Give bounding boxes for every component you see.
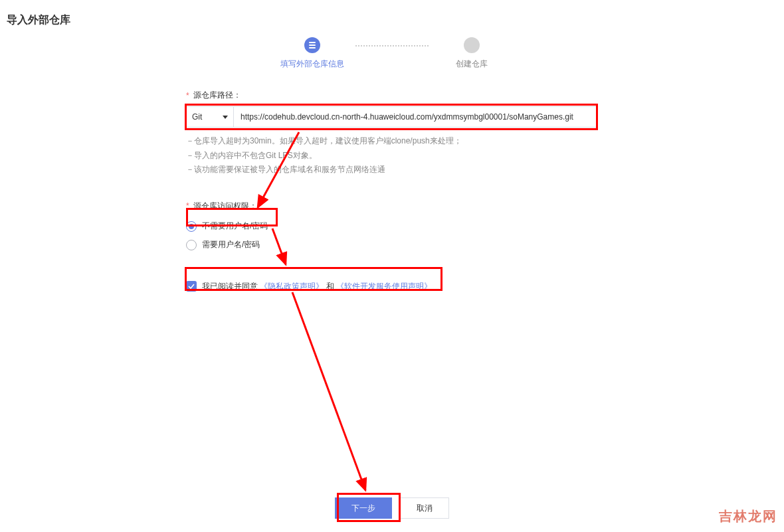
cancel-button[interactable]: 取消 [400,497,449,519]
footer: 下一步 取消 [0,484,784,519]
protocol-value: Git [192,112,202,122]
check-icon [188,283,195,290]
agreement-prefix: 我已阅读并同意 [202,282,260,291]
step-label-1: 填写外部仓库信息 [280,58,344,70]
required-marker: * [186,201,189,211]
form-area: * 源仓库路径： Git －仓库导入超时为30min。如果导入超时，建议使用客户… [186,90,598,292]
step-icon-inactive [464,37,480,53]
source-input-group: Git [186,106,598,128]
access-label: * 源仓库访问权限： [186,201,598,212]
step-fill-info: 填写外部仓库信息 [269,37,355,70]
radio-icon [186,240,197,250]
agreement-text: 我已阅读并同意 《隐私政策声明》 和 《软件开发服务使用声明》 [202,281,432,292]
page-title: 导入外部仓库 [0,0,784,27]
svg-line-2 [292,292,365,490]
radio-icon [186,221,197,232]
hint-3: －该功能需要保证被导入的仓库域名和服务节点网络连通 [186,163,598,177]
annotation-arrow-3 [286,290,392,495]
caret-down-icon [223,116,228,119]
radio-auth-label: 需要用户名/密码 [202,239,260,250]
step-label-2: 创建仓库 [456,58,488,70]
next-button[interactable]: 下一步 [335,497,392,519]
hint-2: －导入的内容中不包含Git LFS对象。 [186,149,598,163]
radio-no-auth[interactable]: 不需要用户名/密码 [186,217,598,236]
radio-auth[interactable]: 需要用户名/密码 [186,236,598,254]
step-create-repo: 创建仓库 [429,37,515,70]
stepper: 填写外部仓库信息 创建仓库 [0,37,784,70]
agreement-joiner: 和 [326,282,336,291]
hint-1: －仓库导入超时为30min。如果导入超时，建议使用客户端clone/push来处… [186,134,598,149]
hints: －仓库导入超时为30min。如果导入超时，建议使用客户端clone/push来处… [186,134,598,177]
access-section: * 源仓库访问权限： 不需要用户名/密码 需要用户名/密码 [186,201,598,254]
agreement-checkbox[interactable] [186,281,197,292]
protocol-select[interactable]: Git [186,106,234,128]
source-path-row: * 源仓库路径： Git －仓库导入超时为30min。如果导入超时，建议使用客户… [186,90,598,177]
source-path-label-text: 源仓库路径： [193,90,241,101]
step-connector [355,45,429,46]
watermark: 吉林龙网 [719,507,777,525]
access-label-text: 源仓库访问权限： [193,201,257,212]
agreement-row: 我已阅读并同意 《隐私政策声明》 和 《软件开发服务使用声明》 [186,281,598,292]
service-link[interactable]: 《软件开发服务使用声明》 [336,282,432,291]
required-marker: * [186,91,189,100]
source-path-label: * 源仓库路径： [186,90,598,101]
radio-no-auth-label: 不需要用户名/密码 [202,221,268,232]
step-icon-active [304,37,320,53]
repo-url-input[interactable] [234,106,598,128]
access-radio-group: 不需要用户名/密码 需要用户名/密码 [186,217,598,254]
privacy-link[interactable]: 《隐私政策声明》 [260,282,324,291]
